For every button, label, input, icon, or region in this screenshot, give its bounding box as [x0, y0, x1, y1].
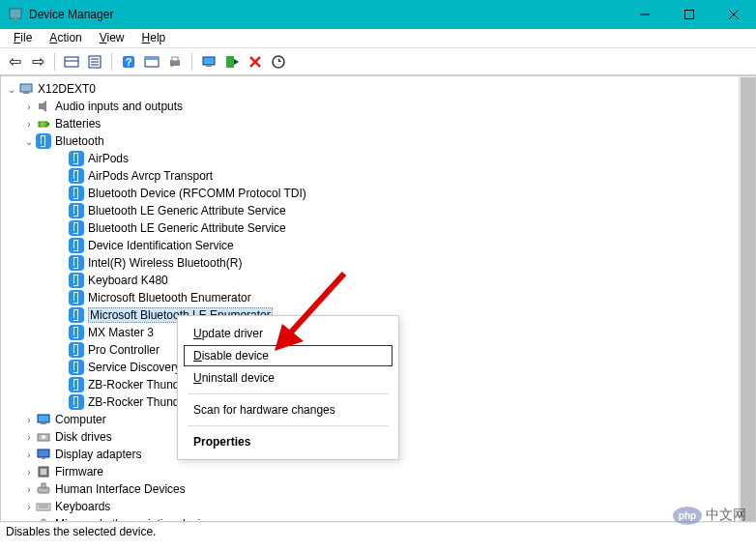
bluetooth-icon — [36, 133, 51, 149]
menu-action[interactable]: Action — [42, 29, 89, 47]
chevron-icon[interactable]: › — [22, 484, 36, 495]
tree-device-label: Bluetooth LE Generic Attribute Service — [88, 204, 286, 218]
context-menu-item[interactable]: Uninstall device — [178, 366, 398, 390]
svg-rect-21 — [226, 56, 234, 68]
tree-root-label: X12DEXT0 — [38, 82, 96, 96]
menu-file[interactable]: File — [6, 29, 40, 47]
toolbar-print[interactable] — [164, 51, 186, 72]
window-title: Device Manager — [29, 8, 623, 21]
tree-device[interactable]: Keyboard K480 — [1, 272, 755, 289]
tree-category[interactable]: ›Human Interface Devices — [1, 480, 755, 498]
tree-device-label: AirPods — [88, 152, 129, 165]
tree-device-label: Device Identification Service — [88, 239, 234, 252]
tree-device-label: Pro Controller — [88, 343, 160, 357]
toolbar-forward[interactable]: ⇨ — [27, 51, 48, 72]
tree-device[interactable]: Microsoft Bluetooth Enumerator — [1, 289, 755, 306]
tree-device[interactable]: AirPods — [1, 150, 755, 167]
toolbar-sep — [191, 53, 192, 71]
svg-line-49 — [288, 274, 344, 335]
hid-icon — [36, 481, 51, 497]
svg-rect-6 — [65, 57, 78, 67]
mouse-icon — [36, 516, 51, 522]
svg-rect-43 — [42, 483, 45, 488]
tree-device[interactable]: Bluetooth Device (RFCOMM Protocol TDI) — [1, 185, 755, 202]
toolbar-add-legacy[interactable] — [221, 51, 243, 72]
svg-rect-32 — [47, 123, 49, 126]
tree-device-label: Bluetooth LE Generic Attribute Service — [88, 221, 286, 235]
bluetooth-icon — [69, 325, 84, 340]
toolbar: ⇦ ⇨ ? — [0, 48, 756, 75]
svg-marker-50 — [275, 324, 304, 351]
chevron-icon[interactable]: › — [22, 467, 36, 478]
svg-rect-38 — [38, 450, 49, 457]
toolbar-sep — [54, 53, 55, 71]
display-icon — [36, 447, 51, 462]
chevron-icon[interactable]: › — [22, 415, 36, 425]
context-menu-item[interactable]: Scan for hardware changes — [178, 398, 398, 421]
tree-device-label: Service Discovery — [88, 361, 181, 374]
titlebar: Device Manager — [0, 0, 756, 29]
svg-marker-26 — [278, 58, 281, 62]
chevron-icon[interactable]: › — [22, 519, 36, 523]
svg-marker-30 — [43, 101, 46, 112]
tree-category-label: Bluetooth — [55, 134, 104, 148]
menu-help[interactable]: Help — [134, 29, 174, 47]
scrollbar-vertical[interactable] — [739, 76, 755, 521]
context-menu-item[interactable]: Properties — [178, 430, 398, 453]
chevron-down-icon[interactable]: ⌄ — [5, 84, 18, 95]
svg-point-37 — [42, 435, 45, 439]
tree-category[interactable]: ⌄Bluetooth — [1, 132, 755, 150]
tree-device[interactable]: Intel(R) Wireless Bluetooth(R) — [1, 254, 755, 272]
tree-device-label: MX Master 3 — [88, 326, 154, 339]
chevron-icon[interactable]: › — [22, 450, 36, 460]
toolbar-update[interactable] — [268, 51, 289, 72]
minimize-button[interactable] — [623, 0, 667, 29]
tree-category-label: Batteries — [55, 117, 101, 130]
tree-category[interactable]: ›Mice and other pointing devices — [1, 515, 755, 522]
tree-device[interactable]: Bluetooth LE Generic Attribute Service — [1, 202, 755, 219]
svg-marker-22 — [234, 59, 239, 65]
tree-device[interactable]: Device Identification Service — [1, 237, 755, 254]
close-button[interactable] — [712, 0, 756, 29]
toolbar-help[interactable]: ? — [118, 51, 139, 72]
battery-icon — [36, 116, 51, 131]
toolbar-back[interactable]: ⇦ — [4, 51, 25, 72]
tree-category[interactable]: ›Batteries — [1, 115, 755, 132]
maximize-button[interactable] — [667, 0, 712, 29]
bluetooth-icon — [69, 360, 84, 375]
svg-rect-3 — [685, 11, 694, 19]
chevron-icon[interactable]: › — [22, 432, 36, 443]
chevron-icon[interactable]: ⌄ — [22, 136, 36, 147]
tree-device-label: ZB-Rocker Thund — [88, 395, 179, 409]
svg-rect-28 — [23, 92, 29, 94]
svg-rect-0 — [10, 9, 21, 18]
tree-root[interactable]: ⌄X12DEXT0 — [1, 80, 755, 98]
chevron-icon[interactable]: › — [22, 119, 36, 130]
tree-device-label: ZB-Rocker Thund — [88, 378, 179, 392]
toolbar-scan[interactable] — [198, 51, 219, 72]
menu-view[interactable]: View — [92, 29, 132, 47]
svg-rect-27 — [20, 84, 32, 92]
toolbar-disable[interactable] — [245, 51, 266, 72]
tree-device-label: AirPods Avrcp Transport — [88, 169, 213, 183]
tree-category[interactable]: ›Keyboards — [1, 498, 755, 515]
app-icon — [8, 7, 23, 22]
svg-rect-19 — [203, 57, 215, 65]
toolbar-show-hidden[interactable] — [61, 51, 82, 72]
tree-device[interactable]: Bluetooth LE Generic Attribute Service — [1, 219, 755, 237]
tree-category[interactable]: ›Audio inputs and outputs — [1, 98, 755, 115]
annotation-arrow — [267, 266, 354, 358]
svg-rect-20 — [206, 65, 212, 67]
bluetooth-icon — [69, 203, 84, 218]
chevron-icon[interactable]: › — [22, 102, 36, 112]
svg-rect-1 — [13, 18, 18, 20]
toolbar-properties[interactable] — [84, 51, 105, 72]
bluetooth-icon — [69, 238, 84, 253]
bluetooth-icon — [69, 307, 84, 323]
tree-category[interactable]: ›Firmware — [1, 463, 755, 480]
chevron-icon[interactable]: › — [22, 502, 36, 512]
svg-rect-41 — [41, 469, 46, 475]
toolbar-refresh[interactable] — [141, 51, 162, 72]
bluetooth-icon — [69, 342, 84, 358]
tree-device[interactable]: AirPods Avrcp Transport — [1, 167, 755, 185]
